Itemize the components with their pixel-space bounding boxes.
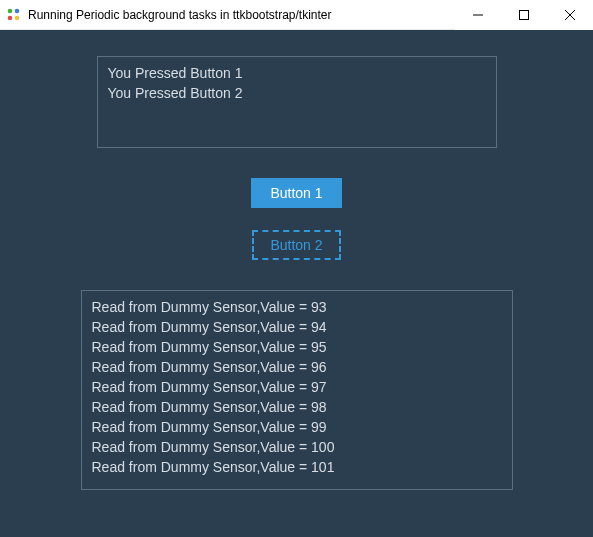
svg-point-3 (15, 15, 20, 20)
log-line: Read from Dummy Sensor,Value = 95 (92, 337, 502, 357)
log-line: Read from Dummy Sensor,Value = 96 (92, 357, 502, 377)
output-line: You Pressed Button 1 (108, 63, 486, 83)
log-line: Read from Dummy Sensor,Value = 101 (92, 457, 502, 477)
svg-point-0 (8, 8, 13, 13)
output-panel: You Pressed Button 1 You Pressed Button … (97, 56, 497, 148)
svg-rect-5 (520, 10, 529, 19)
log-line: Read from Dummy Sensor,Value = 98 (92, 397, 502, 417)
log-panel: Read from Dummy Sensor,Value = 93 Read f… (81, 290, 513, 490)
button-2[interactable]: Button 2 (252, 230, 340, 260)
client-area: You Pressed Button 1 You Pressed Button … (0, 30, 593, 537)
titlebar: Running Periodic background tasks in ttk… (0, 0, 593, 30)
close-button[interactable] (547, 0, 593, 30)
log-line: Read from Dummy Sensor,Value = 93 (92, 297, 502, 317)
log-line: Read from Dummy Sensor,Value = 100 (92, 437, 502, 457)
svg-point-1 (15, 8, 20, 13)
app-window: Running Periodic background tasks in ttk… (0, 0, 593, 537)
log-line: Read from Dummy Sensor,Value = 99 (92, 417, 502, 437)
titlebar-buttons (455, 0, 593, 30)
log-line: Read from Dummy Sensor,Value = 94 (92, 317, 502, 337)
window-title: Running Periodic background tasks in ttk… (28, 8, 455, 22)
minimize-button[interactable] (455, 0, 501, 30)
button-1-label: Button 1 (270, 185, 322, 201)
output-line: You Pressed Button 2 (108, 83, 486, 103)
button-2-label: Button 2 (270, 237, 322, 253)
svg-point-2 (8, 15, 13, 20)
log-line: Read from Dummy Sensor,Value = 97 (92, 377, 502, 397)
app-icon (6, 7, 22, 23)
maximize-button[interactable] (501, 0, 547, 30)
button-1[interactable]: Button 1 (251, 178, 341, 208)
